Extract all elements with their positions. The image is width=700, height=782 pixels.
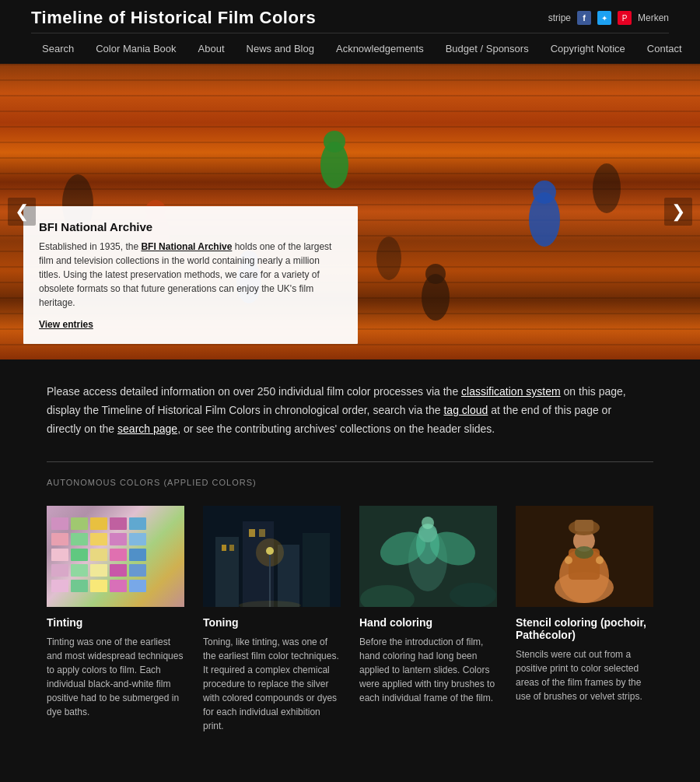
- caption-archive-link[interactable]: BFI National Archive: [141, 241, 232, 252]
- svg-point-48: [266, 547, 274, 555]
- hero-slider: ❮ ❯ BFI National Archive Established in …: [0, 64, 700, 359]
- main-content: Please access detailed information on ov…: [0, 359, 700, 756]
- nav-item-color-mania-book[interactable]: Color Mania Book: [85, 33, 187, 64]
- slide-caption: BFI National Archive Established in 1935…: [23, 206, 358, 344]
- card-image-toning[interactable]: [203, 506, 341, 607]
- section-label: AUTONOMOUS COLORS (applied colors): [47, 478, 653, 487]
- svg-rect-46: [259, 529, 265, 537]
- svg-point-58: [450, 583, 496, 607]
- svg-rect-29: [71, 564, 88, 577]
- svg-rect-33: [51, 580, 68, 592]
- svg-point-12: [376, 237, 401, 280]
- intro-text: Please access detailed information on ov…: [47, 383, 646, 438]
- search-page-link[interactable]: search page: [117, 423, 177, 435]
- nav-item-search[interactable]: Search: [31, 33, 85, 64]
- card-title-tinting: Tinting: [47, 616, 184, 629]
- slider-prev-button[interactable]: ❮: [8, 198, 36, 226]
- svg-rect-14: [71, 517, 88, 530]
- card-desc-hand-coloring: Before the introduction of film, hand co…: [359, 635, 497, 705]
- tag-cloud-link[interactable]: tag cloud: [443, 404, 488, 416]
- card-image-stencil-coloring[interactable]: [516, 506, 653, 607]
- intro-text-end: , or see the contributing archives' coll…: [177, 423, 495, 435]
- caption-body: Established in 1935, the BFI National Ar…: [39, 240, 342, 310]
- svg-point-59: [422, 517, 434, 529]
- intro-text-before-link1: Please access detailed information on ov…: [47, 385, 461, 398]
- svg-rect-39: [215, 537, 239, 607]
- card-stencil-coloring: Stencil coloring (pochoir, Pathécolor) S…: [516, 506, 653, 733]
- svg-point-68: [596, 556, 604, 564]
- stripe-icon: stripe: [548, 12, 571, 23]
- svg-rect-24: [71, 549, 88, 561]
- svg-point-11: [593, 163, 621, 213]
- caption-title: BFI National Archive: [39, 220, 342, 233]
- svg-point-3: [533, 181, 556, 204]
- header-icons: stripe f ✦ P Merken: [548, 11, 669, 25]
- svg-rect-17: [129, 517, 146, 530]
- card-hand-coloring: Hand coloring Before the introduction of…: [359, 506, 497, 733]
- svg-rect-36: [110, 580, 127, 592]
- merken-label: Merken: [638, 12, 669, 23]
- card-desc-toning: Toning, like tinting, was one of the ear…: [203, 635, 341, 733]
- svg-rect-16: [110, 517, 127, 530]
- site-header: Timeline of Historical Film Colors strip…: [0, 0, 700, 64]
- twitter-icon[interactable]: ✦: [597, 11, 611, 25]
- svg-rect-45: [249, 529, 255, 537]
- svg-rect-37: [129, 580, 146, 592]
- card-toning: Toning Toning, like tinting, was one of …: [203, 506, 341, 733]
- svg-rect-20: [90, 533, 107, 545]
- svg-rect-31: [110, 564, 127, 577]
- card-title-toning: Toning: [203, 616, 341, 629]
- section-divider: [47, 461, 653, 462]
- caption-view-entries-link[interactable]: View entries: [39, 319, 93, 330]
- svg-rect-23: [51, 549, 68, 561]
- card-image-tinting[interactable]: [47, 506, 184, 607]
- svg-rect-18: [51, 533, 68, 545]
- main-nav: SearchColor Mania BookAboutNews and Blog…: [31, 33, 669, 64]
- svg-rect-32: [129, 564, 146, 577]
- svg-rect-30: [90, 564, 107, 577]
- nav-item-budget-sponsors[interactable]: Budget / Sponsors: [435, 33, 540, 64]
- facebook-icon[interactable]: f: [577, 11, 591, 25]
- svg-rect-43: [222, 545, 226, 551]
- nav-item-about[interactable]: About: [187, 33, 236, 64]
- svg-point-9: [425, 264, 446, 284]
- card-desc-tinting: Tinting was one of the earliest and most…: [47, 635, 184, 719]
- classification-system-link[interactable]: classification system: [461, 385, 561, 398]
- pinterest-icon[interactable]: P: [618, 11, 632, 25]
- svg-rect-25: [90, 549, 107, 561]
- cards-grid: Tinting Tinting was one of the earliest …: [47, 506, 653, 733]
- svg-rect-21: [110, 533, 127, 545]
- svg-rect-44: [229, 545, 234, 551]
- svg-rect-35: [90, 580, 107, 592]
- svg-rect-26: [110, 549, 127, 561]
- svg-rect-34: [71, 580, 88, 592]
- card-title-hand-coloring: Hand coloring: [359, 616, 497, 629]
- nav-item-acknowledgements[interactable]: Acknowledgements: [325, 33, 435, 64]
- site-title: Timeline of Historical Film Colors: [31, 8, 316, 28]
- card-image-hand-coloring[interactable]: [359, 506, 497, 607]
- svg-point-69: [575, 546, 593, 559]
- svg-rect-22: [129, 533, 146, 545]
- svg-rect-15: [90, 517, 107, 530]
- svg-rect-66: [575, 520, 593, 531]
- card-desc-stencil-coloring: Stencils were cut out from a positive pr…: [516, 647, 653, 703]
- card-tinting: Tinting Tinting was one of the earliest …: [47, 506, 184, 733]
- header-top: Timeline of Historical Film Colors strip…: [31, 8, 669, 33]
- svg-rect-28: [51, 564, 68, 577]
- nav-item-news-and-blog[interactable]: News and Blog: [236, 33, 325, 64]
- slider-next-button[interactable]: ❯: [664, 198, 692, 226]
- nav-item-contact[interactable]: Contact: [636, 33, 693, 64]
- svg-rect-27: [129, 549, 146, 561]
- nav-item-copyright-notice[interactable]: Copyright Notice: [540, 33, 636, 64]
- svg-point-1: [324, 131, 345, 153]
- svg-rect-13: [51, 517, 68, 530]
- card-title-stencil-coloring: Stencil coloring (pochoir, Pathécolor): [516, 616, 653, 641]
- svg-point-67: [565, 556, 572, 564]
- svg-rect-19: [71, 533, 88, 545]
- svg-rect-42: [303, 533, 330, 607]
